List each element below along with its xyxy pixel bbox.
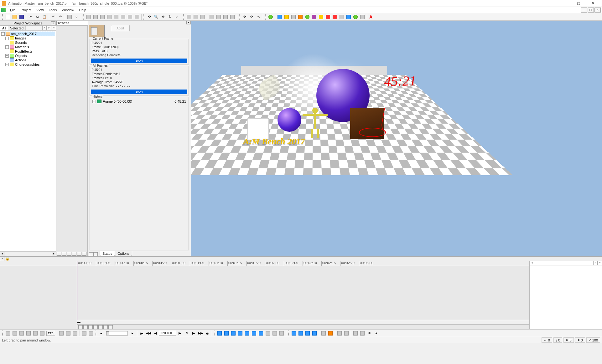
- color-tool-1[interactable]: [277, 14, 283, 20]
- close-button[interactable]: ✕: [586, 0, 600, 7]
- pb-tool-3[interactable]: [18, 330, 25, 336]
- tl-bot-5[interactable]: [98, 325, 103, 329]
- mini-btn-4[interactable]: [72, 252, 76, 256]
- tree-item-posteffects[interactable]: PostEffects: [1, 49, 55, 54]
- tree-item-actions[interactable]: Actions: [1, 58, 55, 62]
- key-tool-2[interactable]: [223, 330, 230, 336]
- key-tool-10[interactable]: [278, 330, 285, 336]
- paste-button[interactable]: 📋: [41, 14, 48, 20]
- rotate-tool[interactable]: ⟳: [248, 14, 255, 20]
- tool-4[interactable]: [106, 14, 112, 20]
- first-frame[interactable]: ⏮: [138, 330, 145, 336]
- key-tool-6[interactable]: [251, 330, 257, 336]
- prim-tool-2[interactable]: [298, 330, 304, 336]
- edit-tool-3[interactable]: [200, 14, 206, 20]
- scrub-left[interactable]: ◂: [98, 330, 104, 336]
- tree-item-choreographies[interactable]: + Choreographies: [1, 62, 55, 67]
- prim-tool-4[interactable]: [311, 330, 318, 336]
- pb-grip-3[interactable]: [214, 331, 215, 336]
- print-button[interactable]: [66, 14, 73, 20]
- menu-help[interactable]: Help: [76, 8, 89, 13]
- key-tool-7[interactable]: [258, 330, 264, 336]
- pb-tool-9[interactable]: [72, 330, 78, 336]
- tab-nav-close[interactable]: ×: [52, 26, 56, 30]
- prim-tool-12[interactable]: ★: [373, 330, 379, 336]
- mini-btn-1[interactable]: [57, 252, 61, 256]
- edit-tool-6[interactable]: [222, 14, 229, 20]
- tree-hscroll[interactable]: ◂▸: [0, 252, 56, 256]
- tool-3[interactable]: [99, 14, 106, 20]
- move-tool[interactable]: ✥: [241, 14, 248, 20]
- menu-view[interactable]: View: [34, 8, 46, 13]
- edit-tool-7[interactable]: [229, 14, 236, 20]
- mdi-close[interactable]: ✕: [594, 8, 601, 13]
- pb-tool-4[interactable]: [25, 330, 32, 336]
- key-tool-8[interactable]: [265, 330, 271, 336]
- tl-bot-1[interactable]: [78, 325, 83, 329]
- loop[interactable]: ↻: [184, 330, 190, 336]
- panel-close[interactable]: ×: [51, 21, 55, 25]
- toolbar-grip-6[interactable]: [265, 14, 266, 20]
- render-tool-1[interactable]: ⟲: [146, 14, 152, 20]
- tree-root[interactable]: - am_bench_2017: [1, 32, 55, 36]
- toolbar-grip-2[interactable]: [83, 14, 84, 20]
- tool-6[interactable]: [120, 14, 126, 20]
- render-tool-5[interactable]: ⤢: [174, 14, 180, 20]
- a-button[interactable]: A: [368, 14, 375, 20]
- expand-icon[interactable]: +: [5, 63, 9, 66]
- pb-tool-2[interactable]: [12, 330, 18, 336]
- prim-tool-7[interactable]: [336, 330, 343, 336]
- pb-tool-7[interactable]: [58, 330, 65, 336]
- tl-bot-4[interactable]: [93, 325, 98, 329]
- timeline-left-pane[interactable]: [0, 261, 77, 329]
- tab-selected[interactable]: Selected: [8, 26, 26, 30]
- redo-button[interactable]: ↷: [57, 14, 64, 20]
- timeline-cursor[interactable]: [77, 261, 77, 325]
- menu-window[interactable]: Window: [59, 8, 76, 13]
- render-tool-2[interactable]: 🔍: [153, 14, 159, 20]
- tab-options[interactable]: Options: [115, 251, 132, 256]
- color-tool-12[interactable]: [352, 14, 359, 20]
- prim-tool-10[interactable]: [359, 330, 366, 336]
- prim-tool-8[interactable]: [343, 330, 350, 336]
- pb-tool-10[interactable]: [81, 330, 87, 336]
- tree-item-sounds[interactable]: Sounds: [1, 40, 55, 45]
- color-tool-2[interactable]: [283, 14, 290, 20]
- tl-bot-7[interactable]: [108, 325, 113, 329]
- undo-button[interactable]: ↶: [50, 14, 57, 20]
- menu-file[interactable]: File: [8, 8, 18, 13]
- color-tool-10[interactable]: [339, 14, 345, 20]
- new-button[interactable]: [5, 14, 11, 20]
- tab-status[interactable]: Status: [100, 251, 115, 256]
- prev-key[interactable]: ◀◀: [145, 330, 152, 336]
- scale-tool[interactable]: ⤡: [255, 14, 262, 20]
- expand-icon[interactable]: +: [5, 45, 9, 49]
- toolbar-grip[interactable]: [2, 14, 3, 20]
- menu-project[interactable]: Project: [18, 8, 34, 13]
- last-frame[interactable]: ⏭: [204, 330, 210, 336]
- save-button[interactable]: [18, 14, 25, 20]
- etc-button[interactable]: ETC: [46, 331, 55, 336]
- tree-item-objects[interactable]: + Objects: [1, 54, 55, 58]
- toolbar-grip-5[interactable]: [239, 14, 240, 20]
- render-tab-btn-1[interactable]: [89, 252, 93, 256]
- prim-tool-1[interactable]: [291, 330, 297, 336]
- render-tab-btn-2[interactable]: [93, 252, 98, 256]
- scrub-slider[interactable]: [106, 331, 128, 336]
- key-tool-9[interactable]: [272, 330, 278, 336]
- scrub-right[interactable]: ▸: [129, 330, 136, 336]
- tool-8[interactable]: [134, 14, 140, 20]
- prev-frame[interactable]: ◀: [152, 330, 158, 336]
- timeline-close[interactable]: ×: [0, 257, 4, 261]
- color-tool-7[interactable]: [318, 14, 324, 20]
- mdi-minimize[interactable]: —: [581, 8, 587, 13]
- pb-tool-6[interactable]: [39, 330, 45, 336]
- project-tree[interactable]: - am_bench_2017 + Images Sounds + Materi…: [0, 31, 56, 252]
- lock-icon[interactable]: 🔒: [4, 257, 11, 261]
- mini-timeline-body[interactable]: [56, 26, 87, 251]
- key-tool-1[interactable]: [216, 330, 223, 336]
- expand-icon[interactable]: +: [5, 54, 9, 58]
- color-tool-8[interactable]: [325, 14, 331, 20]
- prim-tool-11[interactable]: ✥: [366, 330, 372, 336]
- color-tool-11[interactable]: [345, 14, 352, 20]
